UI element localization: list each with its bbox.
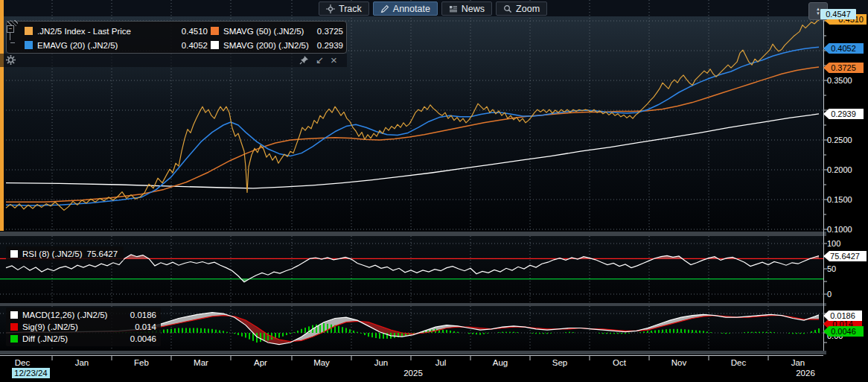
track-button[interactable]: Track	[319, 1, 369, 16]
x-axis-month-label: Aug	[493, 358, 508, 367]
macd-diff-bar	[662, 330, 663, 333]
legend-item-smavg50[interactable]: SMAVG (50) (.JN2/5) 0.3725	[211, 24, 343, 38]
macd-diff-bar	[654, 331, 656, 333]
macd-value-tag: 0.0186	[823, 311, 862, 321]
y-axis-tick-label: 0	[827, 290, 832, 299]
x-axis-month-label: Apr	[254, 358, 267, 367]
macd-diff-bar	[755, 332, 756, 333]
annotate-button[interactable]: Annotate	[373, 1, 438, 16]
news-button[interactable]: News	[441, 1, 492, 16]
macd-diff-bar	[442, 330, 444, 333]
macd-diff-bar	[371, 333, 373, 337]
macd-diff-bar	[695, 331, 697, 333]
macd-diff-bar	[468, 333, 470, 334]
left-accent-bar	[0, 0, 4, 231]
macd-diff-bar	[498, 332, 500, 333]
macd-diff-bar	[673, 329, 674, 333]
legend-item-last-price[interactable]: .JN2/5 Index - Last Price 0.4510	[25, 24, 208, 38]
macd-diff-bar	[386, 333, 388, 339]
macd-diff-bar	[550, 333, 552, 334]
macd-diff-bar	[241, 333, 243, 337]
macd-diff-bar	[613, 333, 615, 334]
collapse-arrow-icon[interactable]: ↙	[316, 55, 324, 65]
macd-diff-bar	[349, 329, 351, 333]
macd-diff-bar	[379, 333, 380, 339]
pencil-icon	[380, 4, 389, 13]
macd-diff-bar	[747, 332, 749, 333]
panel-separator	[0, 303, 826, 306]
news-icon	[449, 4, 458, 13]
annotate-button-label: Annotate	[393, 4, 430, 14]
legend-item-macd[interactable]: MACD(12,26) (.JN2/5) 0.0186	[10, 309, 156, 321]
macd-diff-bar	[762, 332, 764, 333]
macd-swatch	[10, 311, 18, 319]
x-axis-month-label: Sep	[552, 358, 567, 367]
gear-icon[interactable]	[5, 54, 16, 66]
macd-diff-bar	[680, 329, 682, 333]
macd-diff-bar	[811, 331, 812, 333]
macd-diff-bar	[759, 332, 760, 333]
legend-item-emavg20[interactable]: EMAVG (20) (.JN2/5) 0.4052	[25, 38, 208, 52]
macd-diff-bar	[658, 330, 660, 333]
panel-separator	[0, 232, 826, 236]
macd-diff-bar	[457, 332, 459, 333]
legend-item-signal[interactable]: Sig(9) (.JN2/5) 0.014	[10, 321, 156, 333]
news-button-label: News	[462, 4, 485, 14]
legend-tree-collapse-icon[interactable]: −	[7, 25, 14, 33]
macd-diff-bar	[721, 333, 723, 334]
rsi-swatch	[10, 250, 18, 258]
macd-diff-bar	[360, 333, 362, 334]
legend-item-smavg200[interactable]: SMAVG (200) (.JN2/5) 0.2939	[211, 38, 343, 52]
macd-diff-bar	[602, 333, 604, 334]
legend-label: EMAVG (20) (.JN2/5)	[37, 41, 118, 50]
y-axis-tick-label: 0.1000	[827, 225, 852, 234]
macd-diff-bar	[803, 333, 805, 334]
zoom-button-label: Zoom	[516, 4, 540, 14]
x-axis-year-label: 2025	[403, 369, 423, 378]
zoom-button[interactable]: Zoom	[496, 1, 547, 16]
macd-diff-bar	[327, 324, 328, 333]
legend-value: 0.4510	[182, 27, 208, 36]
pin-icon[interactable]	[299, 55, 309, 65]
macd-diff-bar	[725, 333, 727, 334]
legend-value: 0.4052	[182, 41, 208, 50]
y-axis-tick-label: 0.2500	[827, 136, 852, 144]
macd-diff-bar	[293, 332, 295, 333]
macd-diff-bar	[543, 333, 544, 334]
macd-diff-bar	[189, 328, 191, 334]
macd-diff-bar	[770, 332, 771, 333]
close-icon[interactable]: ×	[331, 55, 337, 65]
macd-diff-bar	[643, 331, 645, 333]
crosshair-icon	[326, 4, 335, 13]
macd-diff-bar	[450, 331, 451, 333]
macd-diff-bar	[744, 332, 745, 333]
macd-diff-bar	[226, 332, 228, 333]
macd-diff-bar	[814, 330, 816, 333]
x-axis-month-label: Jan	[75, 358, 89, 367]
macd-diff-bar	[666, 329, 667, 333]
rsi-panel-legend[interactable]: RSI (8) (.JN2/5) 75.6427	[6, 246, 124, 261]
macd-diff-bar	[800, 333, 801, 334]
x-axis-month-label: Oct	[613, 358, 626, 367]
macd-diff-bar	[297, 331, 299, 333]
legend-label: SMAVG (50) (.JN2/5)	[223, 27, 304, 36]
macd-diff-bar	[245, 333, 246, 338]
macd-diff-bar	[170, 329, 172, 333]
macd-diff-bar	[364, 333, 366, 335]
annotation-price-tag[interactable]: 0.4547	[820, 9, 856, 19]
macd-diff-bar	[703, 331, 704, 333]
legend-item-diff[interactable]: Diff (.JN2/5) 0.0046	[10, 333, 156, 345]
legend-value: 0.0046	[130, 334, 156, 343]
macd-diff-bar	[394, 333, 395, 338]
legend-label: .JN2/5 Index - Last Price	[37, 27, 131, 36]
macd-diff-bar	[669, 329, 671, 333]
macd-diff-bar	[200, 328, 202, 333]
macd-diff-bar	[342, 327, 343, 333]
macd-diff-bar	[401, 333, 403, 337]
emavg20-value-tag: 0.4052	[823, 43, 864, 54]
macd-diff-bar	[692, 330, 693, 333]
macd-diff-bar	[193, 328, 194, 334]
price-panel-legend: .JN2/5 Index - Last Price 0.4510 SMAVG (…	[6, 21, 347, 54]
macd-diff-bar	[215, 330, 217, 333]
macd-diff-bar	[375, 333, 377, 338]
